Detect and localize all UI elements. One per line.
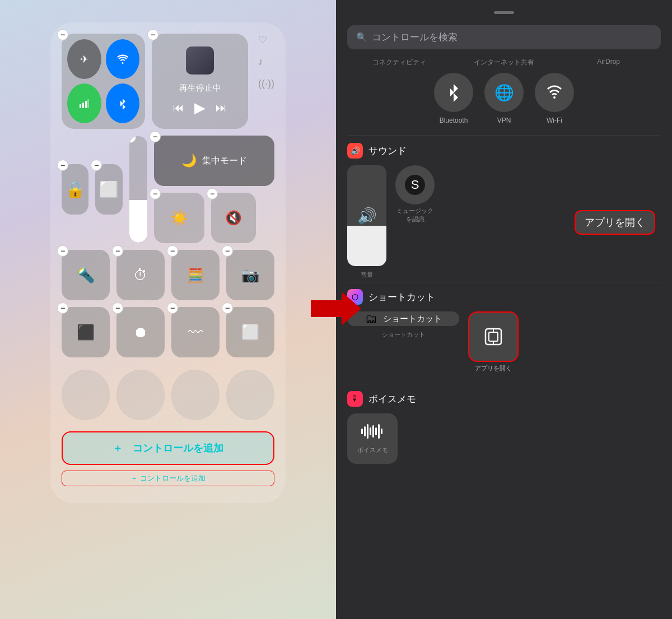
left-panel: − ✈ <box>0 0 336 619</box>
voice-label: ボイスメモ <box>368 393 416 406</box>
vpn-circle[interactable]: 🌐 <box>484 73 524 112</box>
bluetooth-btn[interactable] <box>106 83 140 123</box>
add-control-small[interactable]: ＋ コントロールを追加 <box>62 471 274 486</box>
music-icon: ♪ <box>258 56 274 68</box>
minus-flashlight[interactable]: − <box>57 245 68 257</box>
timer-tile[interactable]: − ⏱ <box>116 250 165 300</box>
volume-fill <box>347 226 386 266</box>
minus-record[interactable]: − <box>112 302 123 314</box>
svg-rect-18 <box>381 429 382 434</box>
svg-rect-1 <box>82 103 84 108</box>
minus-brightness[interactable]: − <box>129 136 136 143</box>
media-controls[interactable]: ⏮ ▶ ⏭ <box>173 99 227 117</box>
row4: − ⬛ − ⏺ − 〰 − ⬜ <box>62 307 274 357</box>
right-scroll[interactable]: コネクティビティ インターネット共有 AirDrop Bluetooth 🌐 <box>336 58 672 619</box>
wifi-circle[interactable] <box>535 73 574 112</box>
open-app-tile[interactable] <box>468 311 519 362</box>
shazam-circle[interactable]: S <box>395 165 435 204</box>
bluetooth-circle[interactable] <box>434 73 473 112</box>
svg-rect-8 <box>489 332 498 341</box>
heart-icon: ♡ <box>258 34 274 46</box>
minus-focus[interactable]: − <box>150 131 161 142</box>
vpn-item[interactable]: 🌐 VPN <box>484 73 524 124</box>
minus-rotation[interactable]: − <box>57 160 68 171</box>
flashlight-tile[interactable]: − 🔦 <box>62 250 110 300</box>
brightness-tile[interactable]: − ☀ <box>129 136 147 243</box>
shortcuts-content: 🗂 ショートカット ショートカット アプ <box>347 311 661 373</box>
volume-slider[interactable]: 🔊 <box>347 165 386 266</box>
placeholder-3 <box>171 370 220 420</box>
wifi-btn[interactable] <box>106 39 140 79</box>
rotation-tile[interactable]: − 🔒 <box>62 164 88 215</box>
placeholder-2 <box>116 370 165 420</box>
search-icon: 🔍 <box>356 32 367 43</box>
sun-tile[interactable]: − ☀️ <box>154 193 204 243</box>
minus-mute[interactable]: − <box>207 188 218 199</box>
minus-timer[interactable]: − <box>112 245 123 257</box>
drag-handle <box>494 11 514 14</box>
minus-crop[interactable]: − <box>222 302 233 314</box>
voice-icon: 🎙 <box>347 391 363 407</box>
add-control-button[interactable]: ＋ コントロールを追加 <box>62 431 274 465</box>
minus-qr[interactable]: − <box>57 302 68 314</box>
minus-sun[interactable]: − <box>150 188 161 199</box>
airplane-btn[interactable]: ✈ <box>67 39 101 79</box>
shazam-label: ミュージックを認識 <box>395 207 435 224</box>
svg-rect-13 <box>367 424 368 439</box>
search-bar[interactable]: 🔍 コントロールを検索 <box>347 25 661 49</box>
forward-btn[interactable]: ⏭ <box>216 101 227 114</box>
focus-label: 集中モード <box>202 155 247 167</box>
svg-rect-14 <box>370 427 371 435</box>
crop-tile[interactable]: − ⬜ <box>226 307 274 357</box>
minus-calc[interactable]: − <box>167 245 178 257</box>
minus-wave[interactable]: − <box>167 302 178 314</box>
divider-2 <box>347 282 661 282</box>
open-app-tile-label: アプリを開く <box>475 364 512 373</box>
conn-label-1: コネクティビティ <box>347 58 452 67</box>
calc-tile[interactable]: − 🧮 <box>171 250 220 300</box>
mirror-tile[interactable]: − ⬜ <box>95 164 122 215</box>
focus-tile[interactable]: − 🌙 集中モード <box>154 136 274 186</box>
search-placeholder: コントロールを検索 <box>372 31 458 44</box>
row3: − 🔦 − ⏱ − 🧮 − 📷 <box>62 250 274 300</box>
record-tile[interactable]: − ⏺ <box>116 307 165 357</box>
open-app-tile-icon <box>483 327 503 347</box>
voice-section-header: 🎙 ボイスメモ <box>347 391 661 407</box>
camera-tile[interactable]: − 📷 <box>226 250 274 300</box>
open-app-popup-text: アプリを開く <box>585 217 645 228</box>
add-control-small-label: ＋ コントロールを追加 <box>130 473 206 483</box>
voice-content: ボイスメモ <box>347 413 661 464</box>
voice-wave-tile[interactable]: ボイスメモ <box>347 413 398 464</box>
wifi-item[interactable]: Wi-Fi <box>535 73 574 124</box>
empty-placeholders <box>62 370 274 420</box>
divider-1 <box>347 136 661 136</box>
svg-rect-11 <box>361 429 363 434</box>
volume-icon: 🔊 <box>357 207 377 225</box>
minus-connectivity[interactable]: − <box>57 29 68 40</box>
shortcuts-icon: ⬡ <box>347 289 363 305</box>
wave-tile[interactable]: − 〰 <box>171 307 220 357</box>
voice-tile-label: ボイスメモ <box>357 446 388 454</box>
rewind-btn[interactable]: ⏮ <box>173 101 184 114</box>
media-tile[interactable]: − 再生停止中 ⏮ ▶ ⏭ <box>152 34 248 129</box>
shortcut-tile[interactable]: 🗂 ショートカット <box>347 311 459 326</box>
mute-tile[interactable]: − 🔇 <box>211 193 256 243</box>
play-btn[interactable]: ▶ <box>194 99 206 117</box>
signal-wave-icon: ((·)) <box>258 78 274 90</box>
shazam-item[interactable]: S ミュージックを認識 <box>395 165 435 224</box>
signal-btn[interactable] <box>67 83 101 123</box>
placeholder-4 <box>226 370 274 420</box>
connectivity-tile[interactable]: − ✈ <box>62 34 145 129</box>
qr-tile[interactable]: − ⬛ <box>62 307 110 357</box>
minus-media[interactable]: − <box>147 29 158 40</box>
shortcut-tile-label: ショートカット <box>383 314 442 324</box>
moon-icon: 🌙 <box>181 153 197 168</box>
minus-camera[interactable]: − <box>222 245 233 257</box>
open-app-col: アプリを開く <box>468 311 519 373</box>
sound-content: 🔊 音量 S ミュージックを認識 アプリを開く <box>347 165 661 279</box>
open-app-popup: アプリを開く <box>575 210 655 235</box>
search-container: 🔍 コントロールを検索 <box>336 20 672 58</box>
bluetooth-item[interactable]: Bluetooth <box>434 73 473 124</box>
side-icons: ♡ ♪ ((·)) <box>258 34 274 129</box>
minus-mirror[interactable]: − <box>91 160 102 171</box>
